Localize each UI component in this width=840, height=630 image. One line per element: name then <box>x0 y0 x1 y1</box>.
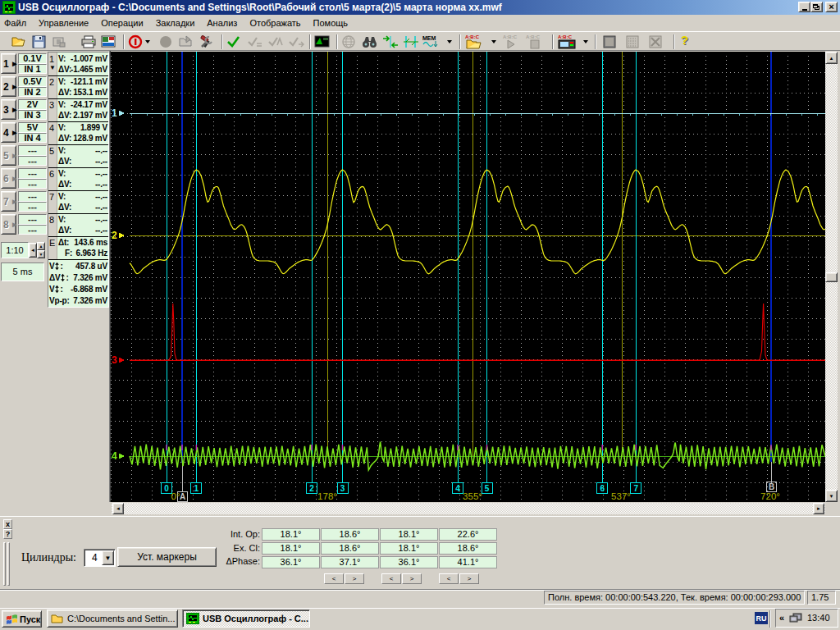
svg-text:2: 2 <box>309 484 314 493</box>
svg-text:5: 5 <box>485 484 490 493</box>
svg-text:3: 3 <box>112 354 117 366</box>
svg-text:1: 1 <box>194 484 199 493</box>
svg-text:0: 0 <box>164 484 169 493</box>
svg-text:7: 7 <box>633 484 638 493</box>
svg-text:2: 2 <box>112 230 117 241</box>
svg-text:720°: 720° <box>760 491 780 501</box>
svg-text:355°: 355° <box>463 491 482 501</box>
svg-text:B: B <box>769 482 774 491</box>
svg-text:537°: 537° <box>611 491 631 501</box>
svg-text:A: A <box>180 492 185 501</box>
svg-text:6: 6 <box>600 484 605 493</box>
svg-text:4: 4 <box>112 450 117 462</box>
svg-text:178°: 178° <box>317 491 337 501</box>
svg-text:4: 4 <box>455 484 460 493</box>
svg-text:1: 1 <box>112 107 117 119</box>
svg-text:0°: 0° <box>171 491 180 501</box>
svg-text:3: 3 <box>340 484 345 493</box>
